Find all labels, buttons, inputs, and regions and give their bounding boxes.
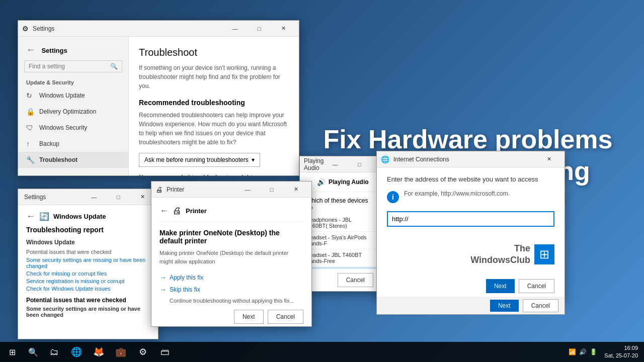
printer-desc: Making printer OneNote (Desktop) the def… <box>159 249 303 265</box>
printer-minimize-button[interactable]: — <box>236 182 259 198</box>
audio-maximize-button[interactable]: □ <box>348 156 371 172</box>
sidebar-item-troubleshoot-label: Troubleshoot <box>39 156 77 163</box>
wu-back-icon[interactable]: ← <box>26 211 35 222</box>
printer-window: 🖨 Printer — □ ✕ ← 🖨 Printer Make printer… <box>151 181 312 327</box>
start-button[interactable]: ⊞ <box>0 342 24 362</box>
inet-cancel-button-2[interactable]: Cancel <box>523 299 558 312</box>
troubleshoot-title: Troubleshoot <box>139 47 289 58</box>
tray-battery-icon: 🔋 <box>590 348 597 355</box>
settings-search-box[interactable]: 🔍 <box>24 60 122 72</box>
settings-minimize-button[interactable]: — <box>223 21 247 37</box>
taskbar: ⊞ 🔍 🗂 🌐 🦊 💼 ⚙ 🗃 📶 🔊 🔋 16:09 <box>0 342 644 362</box>
skip-fix-link[interactable]: Skip this fix <box>170 286 200 293</box>
settings-main-panel: Troubleshoot If something on your device… <box>129 37 299 175</box>
taskbar-app-icons: 🗂 🌐 🦊 💼 ⚙ 🗃 <box>44 342 175 362</box>
inet-info-text: For example, http://www.microsoft.com. <box>404 190 510 197</box>
settings-search-icon: 🔍 <box>110 63 118 70</box>
audio-title: Playing Audio <box>304 157 324 171</box>
skip-arrow-icon: → <box>159 286 167 294</box>
taskbar-search-button[interactable]: 🔍 <box>24 342 42 362</box>
sidebar-item-delivery-opt[interactable]: 🔒 Delivery Optimization <box>18 104 128 120</box>
wu-issue-2[interactable]: Service registration is missing or corru… <box>26 278 150 284</box>
sidebar-item-windows-update-label: Windows Update <box>39 92 85 99</box>
inet-window-controls: ✕ <box>537 151 560 167</box>
sidebar-item-security-label: Windows Security <box>39 124 87 131</box>
apply-arrow-icon: → <box>159 274 167 282</box>
settings-title: Settings <box>33 25 223 32</box>
taskbar-file-explorer[interactable]: 🗂 <box>44 342 64 362</box>
printer-back-icon[interactable]: ← <box>159 206 169 216</box>
wu-issue-0[interactable]: Some security settings are missing or ha… <box>26 257 150 269</box>
printer-close-button[interactable]: ✕ <box>284 182 307 198</box>
rec-troubleshoot-desc: Recommended troubleshooters can help imp… <box>139 111 289 147</box>
rec-troubleshoot-title: Recommended troubleshooting <box>139 99 289 107</box>
inet-url-input[interactable] <box>387 211 554 227</box>
settings-title-icon: ⚙ <box>22 25 29 33</box>
printer-apply-action: → Apply this fix <box>159 274 303 282</box>
printer-next-button[interactable]: Next <box>234 310 264 324</box>
printer-footer: Next Cancel <box>159 310 303 324</box>
settings-back-icon[interactable]: ← <box>26 45 35 55</box>
wu-window-controls: — □ ✕ <box>83 189 154 205</box>
inet-title: Internet Connections <box>393 156 537 163</box>
printer-icon: 🖨 <box>173 206 182 216</box>
settings-close-button[interactable]: ✕ <box>272 21 295 37</box>
no-rec-text: No recommended troubleshooters right now <box>139 174 289 175</box>
taskbar-store[interactable]: 🗃 <box>155 342 175 362</box>
firefox-icon: 🦊 <box>93 346 104 357</box>
tray-volume-icon: 🔊 <box>579 348 587 355</box>
settings-section-label: Update & Security <box>18 75 128 87</box>
inet-cancel-button[interactable]: Cancel <box>519 279 554 293</box>
taskbar-clock[interactable]: 16:09 Sat, 25-07-20 <box>604 344 638 360</box>
edge-icon: 🌐 <box>71 346 82 357</box>
sidebar-item-backup[interactable]: ↑ Backup <box>18 136 128 152</box>
inet-info-icon: i <box>387 191 399 203</box>
troubleshoot-icon: 🔧 <box>26 156 34 164</box>
apply-fix-link[interactable]: Apply this fix <box>170 274 203 281</box>
settings-maximize-button[interactable]: □ <box>248 21 271 37</box>
backup-icon: ↑ <box>26 140 34 148</box>
taskbar-firefox[interactable]: 🦊 <box>89 342 109 362</box>
taskbar-edge[interactable]: 🌐 <box>66 342 87 362</box>
printer-cancel-button[interactable]: Cancel <box>268 310 303 324</box>
inet-info-row: i For example, http://www.microsoft.com. <box>387 190 554 203</box>
settings-titlebar: ⚙ Settings — □ ✕ <box>18 21 299 37</box>
wu-issue-3[interactable]: Check for Windows Update issues <box>26 286 150 292</box>
taskbar-app4[interactable]: 💼 <box>111 342 131 362</box>
printer-maximize-button[interactable]: □ <box>260 182 283 198</box>
wu-minimize-button[interactable]: — <box>83 189 106 205</box>
windows-update-icon: ↻ <box>26 92 34 100</box>
printer-content: ← 🖨 Printer Make printer OneNote (Deskto… <box>151 198 311 326</box>
settings-search-input[interactable] <box>29 63 110 70</box>
start-icon: ⊞ <box>9 347 16 357</box>
inet-close-button[interactable]: ✕ <box>537 151 560 167</box>
audio-header-title: Playing Audio <box>329 178 369 186</box>
printer-header: ← 🖨 Printer <box>159 206 303 222</box>
inet-next-button[interactable]: Next <box>486 279 515 293</box>
wu-circle-icon: 🔄 <box>39 212 49 222</box>
wu-issue-1[interactable]: Check for missing or corrupt files <box>26 270 150 277</box>
taskbar-settings[interactable]: ⚙ <box>133 342 153 362</box>
inet-logo-icon: ⊞ <box>534 244 554 264</box>
troubleshoot-dropdown[interactable]: Ask me before running troubleshooters ▾ <box>139 153 260 167</box>
wu-header: ← 🔄 Windows Update <box>26 211 150 222</box>
printer-title: Printer <box>167 186 236 193</box>
wu-maximize-button[interactable]: □ <box>107 189 130 205</box>
inet-logo-text: TheWindowsClub <box>470 243 530 266</box>
audio-minimize-button[interactable]: — <box>324 156 347 172</box>
sidebar-item-troubleshoot[interactable]: 🔧 Troubleshoot <box>18 152 128 168</box>
settings-window-title: Settings <box>41 47 67 54</box>
printer-window-controls: — □ ✕ <box>236 182 307 198</box>
wu-troubleshoot-window: Settings — □ ✕ ← 🔄 Windows Update Troubl… <box>18 189 158 339</box>
wu-content: ← 🔄 Windows Update Troubleshooting repor… <box>18 205 158 339</box>
settings-sidebar-header: ← Settings <box>18 41 128 57</box>
sidebar-item-security[interactable]: 🛡 Windows Security <box>18 120 128 136</box>
printer-titlebar: 🖨 Printer — □ ✕ <box>151 182 311 198</box>
printer-main-title: Make printer OneNote (Desktop) the defau… <box>159 229 303 245</box>
audio-cancel-button[interactable]: Cancel <box>338 273 373 287</box>
settings-content: ← Settings 🔍 Update & Security ↻ Windows… <box>18 37 299 175</box>
sidebar-item-windows-update[interactable]: ↻ Windows Update <box>18 87 128 104</box>
inet-title-icon: 🌐 <box>381 155 389 163</box>
wu-potential-checked-label: Potential issues that were checked <box>26 249 150 255</box>
inet-next-button-2[interactable]: Next <box>490 300 519 312</box>
